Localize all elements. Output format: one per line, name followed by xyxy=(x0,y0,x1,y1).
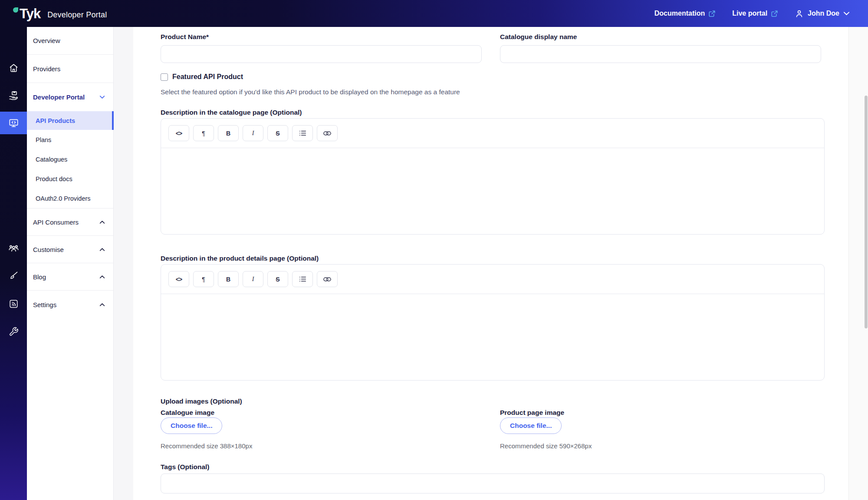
featured-checkbox-row: Featured API Product xyxy=(161,73,243,81)
link-button[interactable] xyxy=(317,271,338,287)
documentation-link-label: Documentation xyxy=(654,10,705,17)
live-portal-link-label: Live portal xyxy=(732,10,767,17)
sidebar-item-plans[interactable]: Plans xyxy=(27,130,114,149)
live-portal-link[interactable]: Live portal xyxy=(732,10,778,17)
featured-help-text: Select the featured option if you'd like… xyxy=(161,88,460,96)
description-details-label: Description in the product details page … xyxy=(161,255,319,262)
description-details-editor: <> ¶ B I S xyxy=(161,264,825,381)
user-menu[interactable]: John Doe xyxy=(795,9,850,18)
bullet-list-button[interactable] xyxy=(292,271,313,287)
api-consumers-icon[interactable] xyxy=(0,237,27,260)
home-icon[interactable] xyxy=(0,56,27,79)
product-form: Product Name* Catalogue display name Fea… xyxy=(133,27,848,500)
editor-content-area[interactable] xyxy=(161,148,824,235)
top-nav: Documentation Live portal John Doe xyxy=(654,9,850,18)
tyk-logo: Tyk xyxy=(13,7,40,20)
sidebar-item-api-products[interactable]: API Products xyxy=(27,111,114,130)
scrollbar-thumb[interactable] xyxy=(865,96,868,328)
editor-toolbar: <> ¶ B I S xyxy=(161,119,824,148)
italic-button[interactable]: I xyxy=(243,125,263,141)
sidebar-item-label: Overview xyxy=(33,37,60,44)
external-link-icon xyxy=(708,10,716,17)
sidebar-item-oauth-providers[interactable]: OAuth2.0 Providers xyxy=(27,189,114,208)
sidebar-item-customise[interactable]: Customise xyxy=(27,236,114,263)
brand: Tyk Developer Portal xyxy=(13,7,107,20)
sidebar-item-label: Customise xyxy=(33,246,64,253)
chevron-up-icon xyxy=(99,248,105,252)
sidebar-item-catalogues[interactable]: Catalogues xyxy=(27,149,114,169)
chevron-up-icon xyxy=(99,275,105,279)
product-name-label: Product Name* xyxy=(161,33,209,41)
code-button[interactable]: <> xyxy=(168,125,189,141)
sidebar-item-overview[interactable]: Overview xyxy=(27,27,114,54)
catalogue-display-name-label: Catalogue display name xyxy=(500,33,577,41)
chevron-up-icon xyxy=(99,303,105,307)
link-button[interactable] xyxy=(317,125,338,141)
description-catalogue-editor: <> ¶ B I S xyxy=(161,118,825,235)
catalogue-image-size-hint: Recommended size 388×180px xyxy=(161,442,252,450)
paragraph-button[interactable]: ¶ xyxy=(193,125,214,141)
tags-input[interactable] xyxy=(161,474,825,493)
strikethrough-button[interactable]: S xyxy=(267,125,288,141)
chevron-up-icon xyxy=(99,220,105,224)
product-page-image-size-hint: Recommended size 590×268px xyxy=(500,442,592,450)
strikethrough-button[interactable]: S xyxy=(267,271,288,287)
editor-toolbar: <> ¶ B I S xyxy=(161,265,824,294)
chevron-down-icon xyxy=(843,11,850,16)
user-name: John Doe xyxy=(808,10,839,17)
blog-icon[interactable] xyxy=(0,292,27,315)
sidebar-item-settings[interactable]: Settings xyxy=(27,291,114,318)
paragraph-button[interactable]: ¶ xyxy=(193,271,214,287)
sidebar-item-label: Product docs xyxy=(36,175,72,182)
featured-checkbox[interactable] xyxy=(161,73,168,81)
catalogue-image-label: Catalogue image xyxy=(161,409,214,417)
sidebar-item-label: Developer Portal xyxy=(33,93,85,101)
code-button[interactable]: <> xyxy=(168,271,189,287)
user-icon xyxy=(795,9,804,18)
documentation-link[interactable]: Documentation xyxy=(654,10,716,17)
product-name-input[interactable] xyxy=(161,45,482,63)
product-page-image-label: Product page image xyxy=(500,409,564,417)
catalogue-image-choose-file-button[interactable]: Choose file... xyxy=(161,417,222,434)
icon-rail xyxy=(0,27,27,500)
providers-icon[interactable] xyxy=(0,84,27,107)
bold-button[interactable]: B xyxy=(218,125,239,141)
tyk-leaf-icon xyxy=(13,7,18,13)
customise-icon[interactable] xyxy=(0,265,27,287)
description-catalogue-label: Description in the catalogue page (Optio… xyxy=(161,109,302,116)
external-link-icon xyxy=(771,10,778,17)
bullet-list-button[interactable] xyxy=(292,125,313,141)
brand-name: Tyk xyxy=(20,6,40,21)
sidebar-item-blog[interactable]: Blog xyxy=(27,263,114,290)
sidebar-item-label: Providers xyxy=(33,65,60,73)
developer-portal-icon[interactable] xyxy=(0,112,27,134)
sidebar-item-developer-portal[interactable]: Developer Portal xyxy=(27,83,114,111)
sidebar-item-providers[interactable]: Providers xyxy=(27,55,114,83)
editor-content-area[interactable] xyxy=(161,294,824,381)
chevron-down-icon xyxy=(99,95,105,99)
top-header: Tyk Developer Portal Documentation Live … xyxy=(0,0,868,27)
upload-images-label: Upload images (Optional) xyxy=(161,397,242,405)
sidebar-item-label: Blog xyxy=(33,273,46,281)
sidebar-item-label: API Consumers xyxy=(33,219,79,226)
sidebar-menu: Overview Providers Developer Portal API … xyxy=(27,27,114,500)
sidebar-item-label: Plans xyxy=(36,136,51,143)
sidebar-item-api-consumers[interactable]: API Consumers xyxy=(27,209,114,235)
tags-label: Tags (Optional) xyxy=(161,463,210,471)
sidebar-item-label: Settings xyxy=(33,301,56,308)
product-page-image-choose-file-button[interactable]: Choose file... xyxy=(500,417,562,434)
sidebar-item-label: Catalogues xyxy=(36,156,67,163)
featured-label: Featured API Product xyxy=(172,73,243,81)
app-screen: Tyk Developer Portal Documentation Live … xyxy=(0,0,868,500)
italic-button[interactable]: I xyxy=(243,271,263,287)
sidebar-item-label: OAuth2.0 Providers xyxy=(36,195,91,202)
brand-product-title: Developer Portal xyxy=(47,10,107,20)
sidebar-item-label: API Products xyxy=(36,117,75,124)
bold-button[interactable]: B xyxy=(218,271,239,287)
page-gutter xyxy=(848,27,868,500)
sidebar-item-product-docs[interactable]: Product docs xyxy=(27,169,114,189)
catalogue-display-name-input[interactable] xyxy=(500,45,821,63)
settings-icon[interactable] xyxy=(0,320,27,343)
